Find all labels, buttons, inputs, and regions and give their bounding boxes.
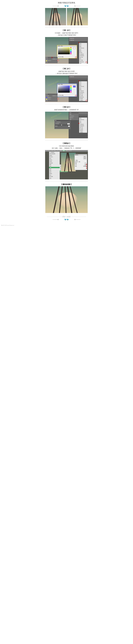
step1-screenshot: ▶ 图层 特性 ▶ 调整 特性 纯色... 渐变... 图案... 亮度/对比度… xyxy=(45,37,88,64)
step1-desc: 打开素材 → 新建"纯色"图层 填充 faff73 → 模式改为"变暗"不透明度… xyxy=(45,32,88,36)
footer-note: 原创设计分享 www.90sheji.com xyxy=(0,224,133,228)
marker-2: ② xyxy=(75,56,77,58)
step4-desc: Ctrl+Shift+Alt+E盖印图层 执行 滤镜 → 锐化 → 智能锐化 "… xyxy=(45,145,88,149)
page-title: 将图片调成文艺蓝黄色 xyxy=(45,0,88,4)
ornament-divider: 🐦 🐦 xyxy=(59,5,74,7)
adjustment-menu[interactable]: 纯色... 渐变... 图案... 亮度/对比度... 色阶... 曲线... … xyxy=(79,43,87,64)
vibrance-properties[interactable]: 属性 ▥ 自然饱和度 1 自然饱和度: -20 饱和度: 0 xyxy=(54,120,70,129)
color-picker-dialog[interactable]: 拾色器（纯色） 只有 Web 颜色 ② xyxy=(57,45,77,58)
before-after-compare xyxy=(45,8,88,25)
divider xyxy=(45,66,88,66)
divider xyxy=(45,181,88,182)
step2-screenshot: 90sheji.com ▶ 图层 特性 纯色... 渐变... 图案... 亮度… xyxy=(45,76,88,102)
filter-menu[interactable]: 上次滤镜操作 转换为智能滤镜 滤镜库... 镜头校正... 液化... 消失点.… xyxy=(49,152,60,180)
cancel-button[interactable]: 取消 xyxy=(83,158,86,159)
the-end: the end xyxy=(45,216,88,218)
step2-title: 第二步 xyxy=(45,68,88,70)
color-field[interactable] xyxy=(58,86,70,93)
color-field[interactable] xyxy=(58,47,70,54)
vibrance-input[interactable]: -20 xyxy=(67,123,70,124)
final-title: 最终效果图 xyxy=(45,183,88,186)
ornament-divider: 🐦 🐦 xyxy=(59,218,74,220)
adjustment-menu[interactable]: 纯色... 亮度/对比度... 色阶... 曲线... 自然饱和度... 色相/… xyxy=(79,118,87,133)
before-image xyxy=(45,8,66,25)
final-result-image xyxy=(45,186,88,213)
ok-button[interactable]: 确定 xyxy=(83,156,86,158)
step2-desc: 新建"纯色"图层 填充 6165ff → 模式改为"颜色减淡"不透明度"25%" xyxy=(45,70,88,75)
smart-sharpen-dialog[interactable]: 智能锐化 确定 取消 ☑ 预览 ◉ 基本 ○ 高级 数量:20 % 半径:1 像… xyxy=(74,154,87,170)
layers-panel[interactable]: 图层 颜色减淡 不透明度:25% 颜色填充 1 颜色填充 1 背景 xyxy=(46,94,58,102)
color-picker-dialog[interactable]: 拾色器（纯色） 只有 Web 颜色 ② xyxy=(57,84,77,97)
marker-1: ① xyxy=(86,61,87,63)
hue-slider[interactable] xyxy=(70,86,71,93)
new-color-swatch xyxy=(73,47,76,49)
step3-desc: 新建"自然饱和度"图层 → 自然饱和度"-20" xyxy=(45,109,88,111)
marker-1: ① xyxy=(86,100,87,102)
saturation-input[interactable]: 0 xyxy=(68,126,70,127)
hue-slider[interactable] xyxy=(70,47,71,54)
step4-screenshot: 文件(F) 编辑(E) 图像(I) 图层(L) 文字(Y) 选择(S) 滤镜(T… xyxy=(45,150,88,180)
marker-2: ② xyxy=(75,95,77,97)
new-color-swatch xyxy=(73,86,76,88)
layers-panel[interactable]: 图层 穿透 自然饱和度 1 颜色填充 1 背景 xyxy=(69,112,79,120)
marker-3: ③ xyxy=(57,98,59,100)
step1-title: 第一步 xyxy=(45,29,88,32)
step3-title: 第三步 xyxy=(45,106,88,108)
step4-title: 第四步 xyxy=(45,142,88,144)
adjustment-menu[interactable]: 纯色... 渐变... 图案... 亮度/对比度... 色阶... 曲线... … xyxy=(79,81,87,101)
after-image xyxy=(67,8,88,25)
step3-screenshot: 90sheji.com ▶ 图层 特性 纯色... 亮度/对比度... 色阶..… xyxy=(45,112,88,138)
marker-3: ③ xyxy=(57,60,59,61)
